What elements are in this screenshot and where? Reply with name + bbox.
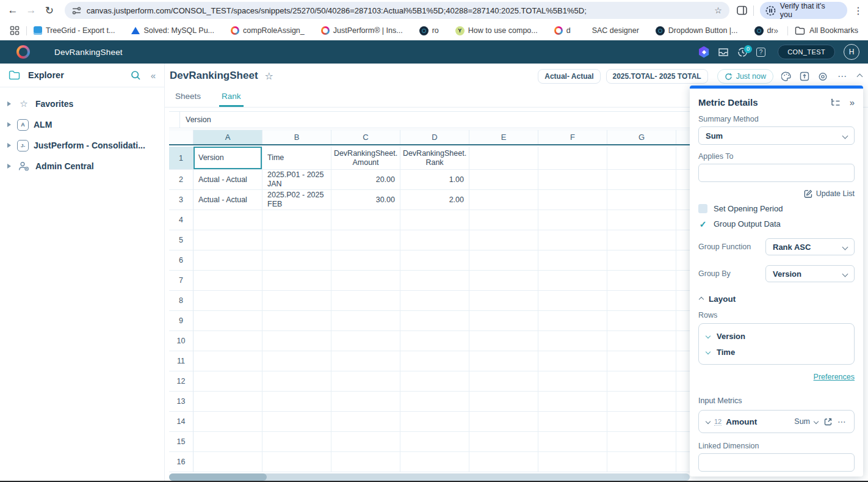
applies-to-field[interactable] <box>706 169 847 178</box>
cell-A13[interactable] <box>193 392 262 412</box>
row-header-3[interactable]: 3 <box>169 190 193 210</box>
cell-B13[interactable] <box>262 392 331 412</box>
cell-B5[interactable] <box>262 230 331 250</box>
cell-D13[interactable] <box>400 392 469 412</box>
bookmarks-overflow-icon[interactable]: » <box>773 26 778 35</box>
sidebar-item-alm[interactable]: AALM <box>0 114 164 135</box>
bookmark-item-dropdown-button[interactable]: Dropdown Button |... <box>656 26 738 35</box>
cell-A2[interactable]: Actual - Actual <box>193 170 262 190</box>
cell-D9[interactable] <box>400 311 469 331</box>
more-options-icon[interactable]: ⋯ <box>837 71 847 82</box>
cell-B15[interactable] <box>262 432 331 452</box>
column-header-E[interactable]: E <box>469 130 538 144</box>
bookmark-item-ro[interactable]: ro <box>419 26 439 35</box>
cell-A1[interactable]: Version <box>193 147 262 170</box>
cell-B6[interactable] <box>262 250 331 271</box>
cell-C4[interactable] <box>331 210 400 230</box>
cell-C10[interactable] <box>331 331 400 351</box>
cell-A11[interactable] <box>193 351 262 371</box>
linked-dimension-input[interactable] <box>698 453 855 472</box>
external-link-icon[interactable] <box>824 418 832 426</box>
cell-G14[interactable] <box>607 412 676 432</box>
bookmark-item-solved-mysql-pu[interactable]: Solved: MySQL Pu... <box>131 26 214 35</box>
bookmark-item-justperform-ins[interactable]: JustPerform® | Ins... <box>321 26 403 35</box>
row-header-16[interactable]: 16 <box>169 452 193 472</box>
cell-G13[interactable] <box>607 392 676 412</box>
help-icon[interactable]: ? <box>756 48 765 57</box>
cell-C5[interactable] <box>331 230 400 250</box>
bookmark-item-how-to-use-compo[interactable]: YHow to use compo... <box>455 26 538 35</box>
cell-D6[interactable] <box>400 250 469 271</box>
tenant-badge[interactable]: CON_TEST <box>778 45 835 59</box>
expand-caret-icon[interactable] <box>7 143 11 148</box>
cell-D14[interactable] <box>400 412 469 432</box>
cell-E14[interactable] <box>469 412 538 432</box>
cell-B4[interactable] <box>262 210 331 230</box>
cell-G16[interactable] <box>607 452 676 472</box>
chevron-down-icon[interactable] <box>706 334 711 338</box>
column-header-B[interactable]: B <box>262 130 331 144</box>
cell-C1[interactable]: DevRankingSheet. Amount <box>331 147 400 170</box>
cell-E3[interactable] <box>469 190 538 210</box>
cell-F8[interactable] <box>538 291 607 311</box>
preferences-link[interactable]: Preferences <box>814 373 855 381</box>
cell-C6[interactable] <box>331 250 400 271</box>
group-function-select[interactable]: Rank ASC <box>765 238 855 255</box>
cell-name-box[interactable] <box>169 112 180 128</box>
column-header-F[interactable]: F <box>538 130 607 144</box>
preview-eye-icon[interactable] <box>817 72 828 81</box>
grid-corner-cell[interactable] <box>169 130 193 144</box>
row-header-10[interactable]: 10 <box>169 331 193 351</box>
theme-palette-icon[interactable] <box>781 71 792 81</box>
collapse-sidebar-icon[interactable]: « <box>151 70 156 81</box>
address-bar[interactable]: canvas.justperform.com/CONSOL_TEST/space… <box>65 2 729 19</box>
row-header-9[interactable]: 9 <box>169 311 193 331</box>
filter-pill-2025-total-2025-total[interactable]: 2025.TOTAL- 2025 TOTAL <box>606 69 708 84</box>
cell-G10[interactable] <box>607 331 676 351</box>
row-header-11[interactable]: 11 <box>169 351 193 371</box>
cell-F6[interactable] <box>538 250 607 271</box>
cell-G6[interactable] <box>607 250 676 271</box>
cell-E5[interactable] <box>469 230 538 250</box>
formula-bar[interactable]: Version <box>169 111 690 128</box>
cell-F14[interactable] <box>538 412 607 432</box>
cell-G12[interactable] <box>607 371 676 392</box>
hierarchy-tree-icon[interactable] <box>830 98 841 107</box>
cell-B12[interactable] <box>262 371 331 392</box>
cell-F9[interactable] <box>538 311 607 331</box>
cell-A16[interactable] <box>193 452 262 472</box>
expand-caret-icon[interactable] <box>7 164 11 169</box>
metric-more-options-icon[interactable]: ⋯ <box>837 417 847 426</box>
cell-B2[interactable]: 2025.P01 - 2025 JAN <box>262 170 331 190</box>
chevron-down-icon[interactable] <box>706 419 711 424</box>
cell-E4[interactable] <box>469 210 538 230</box>
cell-E12[interactable] <box>469 371 538 392</box>
cell-F5[interactable] <box>538 230 607 250</box>
collapse-toolbar-icon[interactable] <box>857 73 863 79</box>
cell-G1[interactable] <box>607 147 676 170</box>
cell-D5[interactable] <box>400 230 469 250</box>
column-header-C[interactable]: C <box>331 130 400 144</box>
cell-G4[interactable] <box>607 210 676 230</box>
bookmark-item-sac-designer[interactable]: SAC designer <box>587 26 639 35</box>
cell-C11[interactable] <box>331 351 400 371</box>
scrollbar-thumb[interactable] <box>169 473 267 481</box>
column-header-A[interactable]: A <box>193 130 262 144</box>
cell-A5[interactable] <box>193 230 262 250</box>
cell-B8[interactable] <box>262 291 331 311</box>
cell-E9[interactable] <box>469 311 538 331</box>
bookmark-item-treegrid-export-t[interactable]: TreeGrid - Export t... <box>34 26 115 35</box>
cell-B1[interactable]: Time <box>262 147 331 170</box>
expand-caret-icon[interactable] <box>7 122 11 127</box>
group-by-select[interactable]: Version <box>765 265 855 282</box>
row-header-12[interactable]: 12 <box>169 371 193 392</box>
bookmark-star-icon[interactable]: ☆ <box>714 5 722 15</box>
row-header-4[interactable]: 4 <box>169 210 193 230</box>
verify-button[interactable]: Verify that it's you <box>760 2 847 19</box>
linked-dimension-field[interactable] <box>706 458 847 467</box>
row-header-7[interactable]: 7 <box>169 271 193 291</box>
collapse-panel-icon[interactable]: » <box>850 97 855 108</box>
avatar[interactable]: H <box>844 44 859 60</box>
cell-A6[interactable] <box>193 250 262 271</box>
cell-C12[interactable] <box>331 371 400 392</box>
